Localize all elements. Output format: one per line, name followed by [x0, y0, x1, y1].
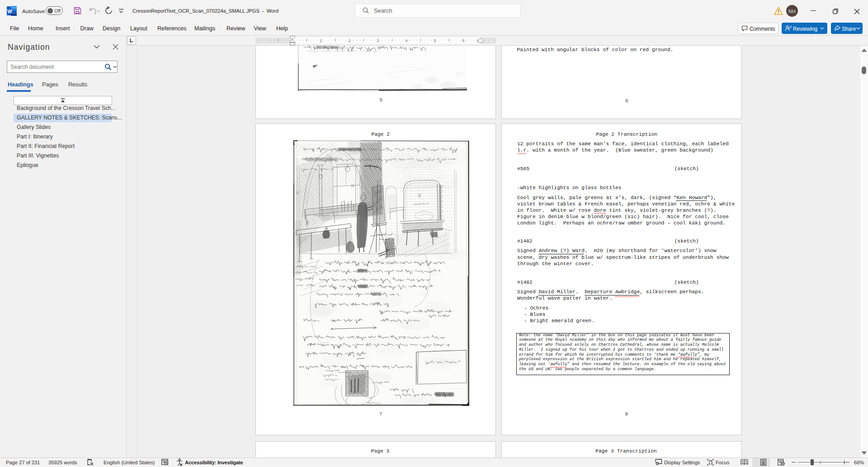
svg-text:4: 4: [405, 38, 407, 43]
svg-text:1: 1: [320, 38, 322, 43]
svg-text:5: 5: [434, 38, 436, 43]
svg-text:W: W: [7, 9, 12, 14]
svg-text:6: 6: [462, 38, 464, 43]
svg-text:3: 3: [377, 38, 379, 43]
svg-text:2: 2: [348, 38, 350, 43]
